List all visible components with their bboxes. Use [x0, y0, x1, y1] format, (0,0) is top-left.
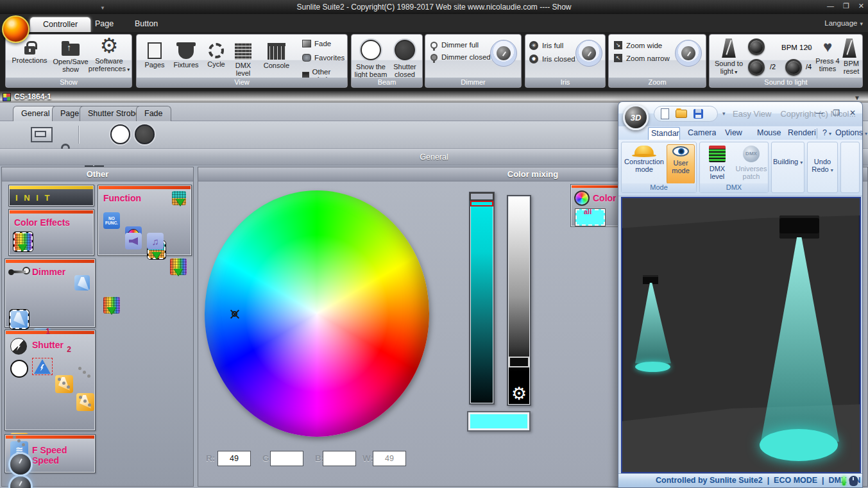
iris-full-button[interactable]: ✳ Iris full [529, 41, 575, 50]
show-light-beam-button[interactable]: Show the light beam [354, 38, 387, 78]
group-label-view: View [137, 78, 347, 87]
color-intensity-slider[interactable] [469, 192, 495, 405]
rainbow-grid-button[interactable] [103, 297, 120, 314]
slider-handle[interactable] [470, 192, 494, 201]
cs-tab-fade[interactable]: Fade [136, 106, 171, 121]
zoom-knob[interactable] [675, 40, 702, 67]
tab-button[interactable]: Button [122, 17, 171, 32]
software-preferences-button[interactable]: ⚙ Software preferences ▾ [88, 36, 130, 74]
construction-mode-button[interactable]: Construction mode [623, 144, 665, 173]
speaker-button[interactable] [125, 233, 142, 249]
white-circle-button[interactable] [110, 124, 130, 144]
pages-button[interactable]: Pages [140, 40, 169, 69]
quick-access-arrow-icon[interactable]: ▼ [100, 5, 105, 11]
color-effects-label: Color Effects [14, 217, 70, 228]
3d-viewport[interactable] [621, 197, 861, 473]
r-input[interactable] [217, 451, 251, 466]
easy-view-titlebar[interactable]: 3D ▾ Easy ViewCopyright (c) Nicol... — ❐… [618, 102, 862, 126]
ev-tab-camera[interactable]: Camera [685, 127, 716, 140]
color-effects-selected-button[interactable] [14, 233, 32, 251]
color-wheel[interactable] [205, 190, 429, 437]
window-preview-icon[interactable] [31, 127, 53, 142]
zoom-narrow-button[interactable]: Zoom narrow [614, 54, 670, 62]
tab-page[interactable]: Page [82, 17, 126, 32]
ev-tab-rendering[interactable]: Rendering [785, 127, 816, 140]
save-icon[interactable] [694, 109, 703, 119]
user-mode-button[interactable]: User mode [667, 144, 695, 184]
press-4-times-button[interactable]: ♥ Press 4 times [813, 38, 842, 72]
iris-closed-button[interactable]: ✹ Iris closed [529, 55, 575, 63]
shutter-beam-dots-1-button[interactable] [55, 375, 73, 393]
ev-tab-mouse[interactable]: Mouse [754, 127, 783, 140]
dimmer-full-button[interactable]: Dimmer full [430, 41, 491, 49]
maximize-button[interactable]: ❐ [843, 2, 849, 10]
bpm-knob-div2[interactable] [748, 59, 765, 76]
ev-minimize-button[interactable]: — [815, 108, 823, 117]
no-func-button[interactable]: NOFUNC. [103, 212, 120, 229]
g-input[interactable] [270, 451, 303, 466]
function-section: Function NOFUNC. Color ♫ [98, 185, 192, 256]
bpm-knob-1[interactable] [748, 38, 765, 55]
group-label-zoom: Zoom [609, 78, 706, 87]
dimmer-beam-selected-button[interactable] [10, 310, 28, 328]
group-label-beam: Beam [352, 78, 422, 87]
light-fixture-near[interactable] [779, 215, 819, 239]
close-button[interactable]: ✕ [858, 2, 864, 10]
shutter-open-button[interactable] [10, 360, 28, 378]
new-document-icon[interactable] [661, 108, 669, 119]
console-button[interactable]: Console [259, 40, 294, 69]
light-fixture-far[interactable] [643, 275, 658, 284]
open-folder-icon[interactable] [676, 110, 687, 118]
favorites-button[interactable]: Favorites [302, 54, 345, 62]
3d-logo[interactable]: 3D [623, 105, 649, 130]
cycle-button[interactable]: Cycle [203, 40, 229, 68]
language-menu[interactable]: Language [824, 19, 863, 27]
sound-to-light-button[interactable]: Sound to light ▾ [712, 38, 745, 76]
shutter-closed-button[interactable]: Shutter closed [389, 38, 421, 78]
easy-view-statusbar: Controlled by Sunlite Suite2 | ECO MODE … [618, 473, 862, 487]
ev-maximize-button[interactable]: ❐ [833, 108, 840, 117]
f-speed-knob[interactable] [10, 454, 31, 475]
bpm-reset-button[interactable]: ↺ BPM reset [840, 38, 862, 75]
function-corner-grid-icon[interactable] [172, 191, 186, 205]
universes-patch-button[interactable]: DMX Universes patch [735, 144, 768, 180]
zoom-wide-button[interactable]: Zoom wide [614, 41, 670, 49]
building-button[interactable]: Building [773, 158, 803, 167]
music-notes-icon: ♫ [151, 236, 158, 247]
w-input[interactable] [373, 451, 406, 466]
bpm-knob-div4[interactable] [785, 59, 802, 76]
open-save-show-button[interactable]: Open/Save show [51, 38, 90, 73]
shutter-section-knob[interactable] [10, 476, 31, 488]
black-circle-button[interactable] [135, 124, 155, 144]
ev-tab-standard[interactable]: Standard [648, 127, 680, 140]
app-logo-ball[interactable] [2, 15, 30, 43]
dimmer-closed-button[interactable]: Dimmer closed [430, 53, 491, 61]
init-button[interactable]: I N I T [8, 185, 94, 206]
b-input[interactable] [323, 451, 356, 466]
dimmer-knob[interactable] [490, 40, 517, 67]
fade-button[interactable]: Fade [302, 40, 331, 47]
dimmer-corner-beam-icon[interactable] [74, 275, 90, 290]
undo-redo-button[interactable]: Undo Redo [809, 158, 836, 174]
white-level-slider[interactable]: ⚙ [507, 195, 531, 406]
color-wheel-cursor-icon[interactable] [230, 310, 239, 319]
light-beam-far [635, 283, 671, 367]
dmx-level-button[interactable]: DMX level [230, 40, 256, 77]
ev-tab-view[interactable]: View [722, 127, 748, 140]
iris-knob[interactable] [575, 40, 602, 67]
ev-dmx-level-button[interactable]: DMX level [701, 144, 733, 180]
shutter-strobe-selected-button[interactable] [32, 358, 53, 375]
cs-tab-general[interactable]: General [13, 106, 58, 121]
white-slider-handle[interactable] [509, 357, 529, 367]
toolbar-options-arrow-icon[interactable]: ▾ [722, 110, 726, 117]
shutter-beam-dots-2-button[interactable] [76, 393, 94, 411]
ev-close-button[interactable]: ✕ [849, 108, 856, 117]
status-text: Controlled by Sunlite Suite2 | ECO MODE … [656, 474, 861, 487]
minimize-button[interactable]: — [827, 2, 834, 10]
ev-help-menu[interactable]: ? [820, 127, 834, 140]
grid-function-button[interactable] [170, 258, 187, 275]
music-button[interactable]: ♫ [147, 233, 164, 249]
fixtures-button[interactable]: Fixtures [170, 40, 202, 69]
ev-options-menu[interactable]: Options [833, 127, 868, 140]
gear-glyph-icon: ⚙ [508, 384, 530, 403]
